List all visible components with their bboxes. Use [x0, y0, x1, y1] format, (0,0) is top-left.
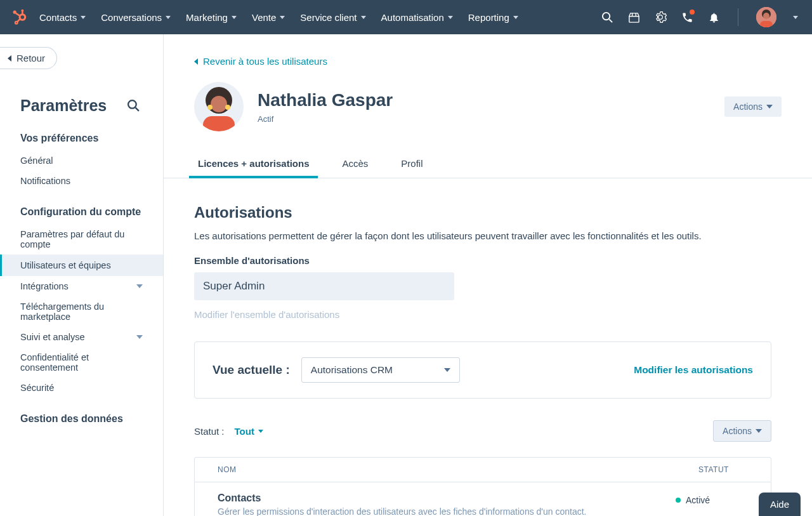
sidebar-item-users-teams[interactable]: Utilisateurs et équipes	[0, 255, 163, 276]
permissions-panel: Autorisations Les autorisations permette…	[194, 178, 771, 516]
status-dot-icon	[676, 498, 681, 503]
sidebar-item-label: Utilisateurs et équipes	[20, 260, 148, 270]
column-header-name: NOM	[195, 458, 676, 482]
svg-line-2	[16, 13, 20, 16]
divider	[738, 8, 738, 26]
svg-point-20	[211, 96, 227, 112]
account-avatar[interactable]	[756, 7, 776, 27]
svg-line-17	[136, 108, 139, 111]
help-label: Aide	[770, 499, 789, 510]
settings-sidebar: Retour Paramètres Vos préférences Généra…	[0, 34, 164, 516]
hubspot-logo[interactable]	[11, 9, 28, 25]
svg-rect-14	[760, 21, 773, 27]
nav-item-conversations[interactable]: Conversations	[101, 12, 171, 23]
sidebar-item-privacy-consent[interactable]: Confidentialité et consentement	[20, 347, 143, 378]
modify-permissions-link[interactable]: Modifier les autorisations	[634, 364, 753, 376]
nav-item-reporting[interactable]: Reporting	[468, 12, 518, 23]
sidebar-item-label: Intégrations	[20, 281, 136, 291]
main-content: Revenir à tous les utilisateurs Nathalia…	[164, 34, 812, 516]
table-row[interactable]: Contacts Gérer les permissions d'interac…	[194, 482, 771, 516]
tab-licenses-permissions[interactable]: Licences + autorisations	[194, 149, 313, 178]
current-view-label: Vue actuelle :	[213, 363, 290, 377]
nav-label: Contacts	[39, 12, 77, 23]
status-filter-label: Statut :	[194, 426, 225, 437]
top-navigation: Contacts Conversations Marketing Vente S…	[0, 0, 812, 34]
sidebar-title: Paramètres	[20, 96, 107, 115]
caret-down-icon	[448, 16, 453, 19]
sidebar-item-tracking-analytics[interactable]: Suivi et analyse	[20, 327, 143, 347]
nav-icons	[601, 7, 798, 27]
svg-point-22	[225, 105, 230, 110]
filter-value: Tout	[235, 426, 254, 437]
nav-item-automatisation[interactable]: Automatisation	[381, 12, 453, 23]
current-view-card: Vue actuelle : Autorisations CRM Modifie…	[194, 341, 771, 399]
actions-button[interactable]: Actions	[724, 96, 782, 117]
caret-down-icon	[166, 16, 171, 19]
permissions-table-header: NOM STATUT	[194, 457, 771, 482]
sidebar-section-label: Gestion des données	[20, 413, 143, 425]
actions-label: Actions	[723, 426, 752, 436]
search-icon[interactable]	[601, 11, 613, 23]
nav-items: Contacts Conversations Marketing Vente S…	[39, 12, 601, 23]
caret-down-icon	[232, 16, 237, 19]
filter-row: Statut : Tout Actions	[194, 420, 771, 442]
sidebar-item-label: Sécurité	[20, 383, 143, 393]
caret-down-icon	[258, 430, 263, 433]
svg-point-16	[128, 100, 136, 109]
status-filter-select[interactable]: Tout	[235, 426, 263, 437]
caret-down-icon	[361, 16, 366, 19]
nav-label: Automatisation	[381, 12, 444, 23]
sidebar-item-notifications[interactable]: Notifications	[20, 171, 143, 191]
tab-profile[interactable]: Profil	[397, 149, 426, 178]
svg-point-6	[15, 22, 18, 24]
phone-icon[interactable]	[681, 11, 693, 23]
table-actions-button[interactable]: Actions	[713, 420, 771, 442]
sidebar-item-label: Notifications	[20, 176, 143, 186]
chevron-down-icon	[136, 335, 143, 339]
sidebar-section-label: Configuration du compte	[20, 206, 143, 218]
permissions-description: Les autorisations permettent de gérer la…	[194, 230, 771, 241]
user-header: Nathalia Gaspar Actif Actions	[194, 82, 782, 131]
nav-item-service-client[interactable]: Service client	[300, 12, 365, 23]
svg-rect-23	[203, 116, 235, 131]
nav-label: Marketing	[186, 12, 228, 23]
tab-access[interactable]: Accès	[338, 149, 372, 178]
nav-item-contacts[interactable]: Contacts	[39, 12, 86, 23]
caret-down-icon	[756, 429, 762, 433]
sidebar-item-security[interactable]: Sécurité	[20, 378, 143, 398]
sidebar-item-general[interactable]: Général	[20, 150, 143, 171]
tab-label: Profil	[401, 158, 422, 169]
sidebar-item-account-defaults[interactable]: Paramètres par défaut du compte	[20, 224, 143, 255]
bell-icon[interactable]	[707, 11, 720, 23]
caret-down-icon	[444, 368, 450, 372]
nav-label: Service client	[300, 12, 357, 23]
sidebar-item-integrations[interactable]: Intégrations	[20, 276, 143, 296]
back-button[interactable]: Retour	[0, 47, 57, 69]
nav-item-vente[interactable]: Vente	[252, 12, 285, 23]
caret-down-icon	[766, 105, 773, 109]
row-description: Gérer les permissions d'interaction des …	[218, 506, 676, 516]
column-header-status: STATUT	[676, 458, 771, 482]
sidebar-search-icon[interactable]	[127, 99, 140, 112]
svg-point-21	[207, 105, 213, 110]
permission-set-label: Ensemble d'autorisations	[194, 255, 771, 266]
user-status: Actif	[258, 114, 393, 124]
help-button[interactable]: Aide	[759, 493, 801, 516]
sidebar-item-label: Général	[20, 155, 143, 166]
settings-gear-icon[interactable]	[654, 11, 667, 23]
sidebar-item-label: Téléchargements du marketplace	[20, 301, 143, 322]
sidebar-section-label: Vos préférences	[20, 133, 143, 144]
caret-down-icon	[280, 16, 285, 19]
nav-item-marketing[interactable]: Marketing	[186, 12, 237, 23]
sidebar-item-marketplace-downloads[interactable]: Téléchargements du marketplace	[20, 296, 143, 327]
permission-set-value: Super Admin	[194, 272, 454, 300]
marketplace-icon[interactable]	[627, 11, 640, 23]
nav-label: Reporting	[468, 12, 509, 23]
nav-label: Conversations	[101, 12, 162, 23]
caret-down-icon[interactable]	[793, 16, 798, 19]
breadcrumb-label: Revenir à tous les utilisateurs	[203, 56, 327, 67]
breadcrumb-back-link[interactable]: Revenir à tous les utilisateurs	[194, 56, 782, 67]
svg-point-15	[763, 13, 769, 19]
chevron-left-icon	[8, 55, 11, 62]
current-view-select[interactable]: Autorisations CRM	[301, 357, 460, 383]
